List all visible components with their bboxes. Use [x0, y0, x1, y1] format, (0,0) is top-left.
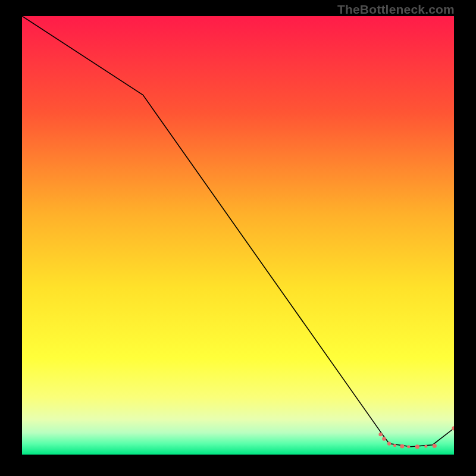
data-point — [387, 441, 391, 445]
data-point — [378, 433, 382, 436]
gradient-rect — [22, 16, 454, 455]
plot-svg — [22, 16, 454, 455]
data-point — [400, 444, 404, 448]
data-point — [415, 444, 419, 449]
chart-container: TheBottleneck.com — [0, 0, 476, 476]
data-point — [407, 445, 410, 448]
watermark-text: TheBottleneck.com — [337, 2, 455, 17]
data-point — [393, 444, 396, 447]
data-point — [424, 444, 427, 447]
data-point — [433, 444, 437, 448]
data-point — [382, 437, 386, 440]
plot-area — [22, 16, 454, 455]
